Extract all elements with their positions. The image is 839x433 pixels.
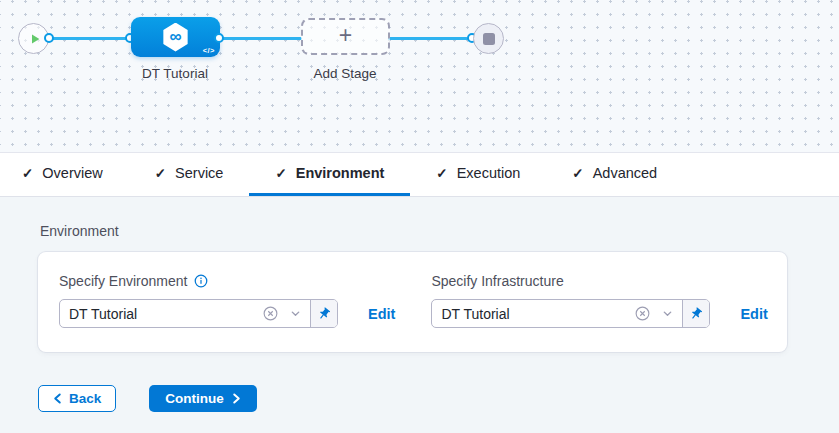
pin-button[interactable] bbox=[682, 300, 709, 327]
chevron-right-icon bbox=[232, 393, 241, 404]
harness-cd-hexagon-icon: ∞ bbox=[162, 23, 189, 52]
stage-config-tabbar: ✓ Overview ✓ Service ✓ Environment ✓ Exe… bbox=[0, 152, 839, 197]
code-view-icon: </> bbox=[203, 46, 215, 55]
environment-panel: Environment Specify Environment DT Tutor… bbox=[0, 197, 839, 433]
tab-execution[interactable]: ✓ Execution bbox=[410, 153, 546, 196]
clear-icon[interactable] bbox=[635, 306, 650, 321]
tab-label: Service bbox=[175, 165, 223, 181]
tab-advanced[interactable]: ✓ Advanced bbox=[546, 153, 683, 196]
stage-node-label: DT Tutorial bbox=[120, 66, 230, 81]
add-stage-button[interactable]: + bbox=[301, 18, 390, 55]
back-button-label: Back bbox=[69, 391, 101, 406]
chevron-down-icon[interactable] bbox=[662, 308, 673, 319]
check-icon: ✓ bbox=[572, 165, 583, 181]
back-button[interactable]: Back bbox=[38, 385, 116, 412]
stage-node-dt-tutorial[interactable]: ∞ </> bbox=[131, 17, 220, 57]
infrastructure-select-value: DT Tutorial bbox=[441, 306, 623, 322]
environment-select[interactable]: DT Tutorial bbox=[60, 300, 310, 327]
stop-icon bbox=[483, 33, 495, 45]
pin-icon bbox=[314, 304, 334, 324]
add-stage-label: Add Stage bbox=[290, 66, 400, 81]
clear-icon[interactable] bbox=[263, 306, 278, 321]
chevron-down-icon[interactable] bbox=[290, 308, 301, 319]
footer-actions: Back Continue bbox=[38, 385, 799, 412]
continue-button[interactable]: Continue bbox=[149, 385, 257, 412]
pin-icon bbox=[687, 304, 707, 324]
tab-label: Advanced bbox=[593, 165, 658, 181]
environment-field: Specify Environment DT Tutorial bbox=[59, 273, 395, 328]
infrastructure-select-group: DT Tutorial bbox=[431, 299, 710, 328]
check-icon: ✓ bbox=[22, 165, 33, 181]
pipeline-edge bbox=[222, 37, 302, 39]
tab-service[interactable]: ✓ Service bbox=[129, 153, 250, 196]
tab-label: Overview bbox=[42, 165, 102, 181]
pipeline-canvas: ∞ </> DT Tutorial + Add Stage bbox=[0, 0, 839, 152]
environment-edit-link[interactable]: Edit bbox=[368, 306, 395, 322]
check-icon: ✓ bbox=[155, 165, 166, 181]
tab-label: Execution bbox=[457, 165, 521, 181]
infinity-glyph: ∞ bbox=[169, 28, 181, 45]
infrastructure-edit-link[interactable]: Edit bbox=[740, 306, 767, 322]
infrastructure-field: Specify Infrastructure DT Tutorial bbox=[431, 273, 767, 328]
pipeline-edge bbox=[52, 37, 128, 39]
infrastructure-field-label: Specify Infrastructure bbox=[431, 273, 563, 289]
environment-select-value: DT Tutorial bbox=[69, 306, 251, 322]
section-title: Environment bbox=[40, 223, 799, 239]
connector-port bbox=[214, 33, 224, 43]
pipeline-edge bbox=[388, 37, 468, 39]
environment-card: Specify Environment DT Tutorial bbox=[38, 252, 787, 352]
tab-label: Environment bbox=[296, 165, 385, 181]
info-icon[interactable] bbox=[194, 274, 208, 288]
environment-select-group: DT Tutorial bbox=[59, 299, 338, 328]
pin-button[interactable] bbox=[310, 300, 337, 327]
connector-port bbox=[44, 33, 54, 43]
check-icon: ✓ bbox=[436, 165, 447, 181]
pipeline-end-node[interactable] bbox=[473, 23, 504, 54]
tab-overview[interactable]: ✓ Overview bbox=[22, 153, 129, 196]
tab-environment[interactable]: ✓ Environment bbox=[249, 153, 410, 196]
play-icon bbox=[29, 33, 41, 45]
continue-button-label: Continue bbox=[165, 391, 224, 406]
plus-icon: + bbox=[339, 24, 352, 47]
check-icon: ✓ bbox=[275, 165, 286, 181]
chevron-left-icon bbox=[53, 393, 62, 404]
infrastructure-select[interactable]: DT Tutorial bbox=[432, 300, 682, 327]
environment-field-label: Specify Environment bbox=[59, 273, 187, 289]
